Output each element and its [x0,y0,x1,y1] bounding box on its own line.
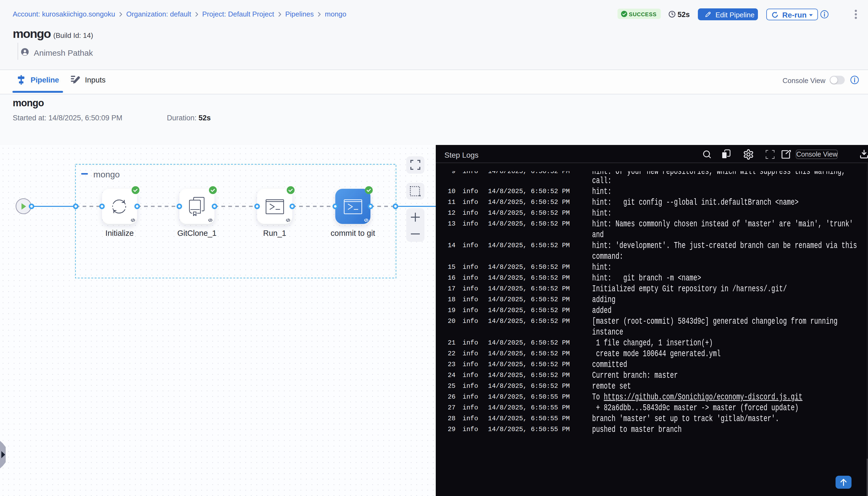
svg-text:Run_1: Run_1 [263,229,286,237]
svg-text:mongo: mongo [93,170,120,179]
svg-text:commit to git: commit to git [330,229,375,237]
svg-text:GitClone_1: GitClone_1 [177,229,216,237]
svg-text:Initialize: Initialize [106,229,134,237]
